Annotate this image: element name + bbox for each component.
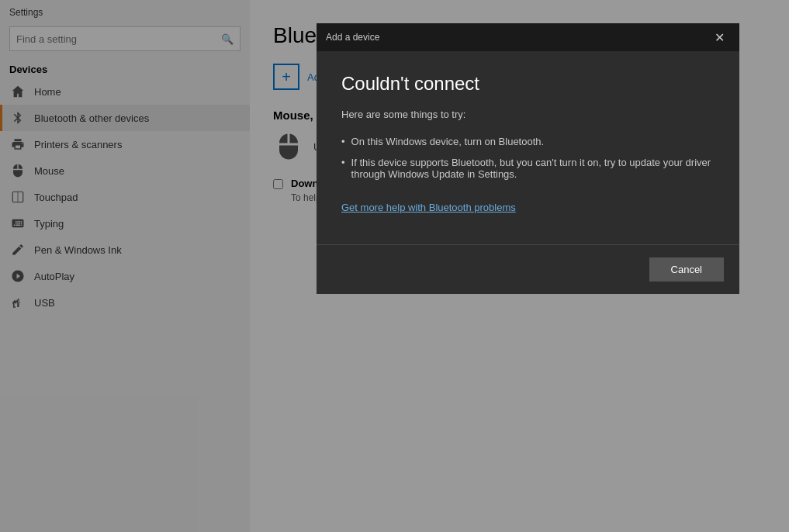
cancel-button[interactable]: Cancel [649,257,724,282]
modal-titlebar: Add a device ✕ [317,23,739,51]
bullet-item-1: On this Windows device, turn on Bluetoot… [341,131,715,152]
modal-subtitle: Here are some things to try: [341,109,715,120]
modal-body: Couldn't connect Here are some things to… [317,51,739,244]
modal-close-button[interactable]: ✕ [708,26,730,48]
modal-title: Add a device [326,32,379,43]
add-device-dialog: Add a device ✕ Couldn't connect Here are… [317,23,739,294]
bullet-item-2: If this device supports Bluetooth, but y… [341,152,715,185]
bluetooth-help-link[interactable]: Get more help with Bluetooth problems [341,202,516,213]
modal-bullets-list: On this Windows device, turn on Bluetoot… [341,131,715,185]
modal-heading: Couldn't connect [341,73,715,95]
modal-footer: Cancel [317,244,739,294]
modal-overlay: Add a device ✕ Couldn't connect Here are… [0,0,789,532]
